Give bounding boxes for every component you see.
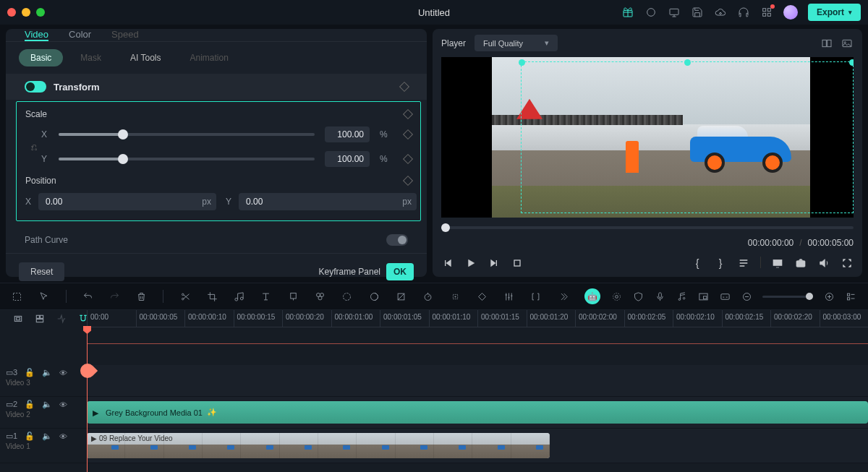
apps-icon[interactable] — [760, 6, 773, 19]
keyframe-panel-label[interactable]: Keyframe Panel — [319, 267, 380, 277]
ai-tool-icon[interactable] — [341, 291, 352, 302]
picture-icon[interactable] — [841, 37, 854, 50]
track-video-icon[interactable]: ▭2 — [6, 400, 17, 409]
playhead[interactable] — [87, 326, 88, 472]
timeline-zoom-slider[interactable] — [762, 296, 813, 298]
track-visibility-icon[interactable]: 👁 — [59, 432, 67, 441]
timeline-ruler[interactable]: 00:00 00:00:00:05 00:00:00:10 00:00:00:1… — [87, 310, 868, 327]
color-icon[interactable] — [368, 291, 379, 302]
tl-icon-1[interactable] — [13, 314, 23, 324]
scale-x-value[interactable]: 100.00 — [325, 126, 370, 142]
tab-color[interactable]: Color — [69, 29, 91, 41]
music-icon[interactable] — [234, 291, 244, 302]
pointer-tool-icon[interactable] — [38, 291, 49, 302]
shield-icon[interactable] — [632, 291, 644, 302]
track-visibility-icon[interactable]: 👁 — [59, 400, 67, 409]
track-lock-icon[interactable]: 🔓 — [25, 432, 35, 441]
export-button[interactable]: Export — [808, 4, 861, 21]
quality-dropdown[interactable]: Full Quality — [475, 35, 558, 51]
adjust-icon[interactable] — [503, 291, 514, 302]
position-x-input[interactable]: 0.00 — [38, 193, 216, 210]
scale-keyframe-icon[interactable] — [403, 109, 413, 119]
undo-icon[interactable] — [82, 291, 93, 302]
brackets-icon[interactable] — [530, 291, 541, 302]
track-lock-icon[interactable]: 🔓 — [25, 400, 35, 409]
record-icon[interactable] — [644, 6, 658, 19]
monitor-icon[interactable] — [668, 6, 681, 19]
speed-icon[interactable] — [422, 291, 433, 302]
close-window-button[interactable] — [7, 8, 16, 17]
effects-icon[interactable] — [315, 291, 326, 302]
subtab-basic[interactable]: Basic — [19, 49, 63, 66]
tl-icon-3[interactable] — [56, 314, 67, 324]
compare-icon[interactable] — [820, 37, 833, 50]
position-keyframe-icon[interactable] — [403, 176, 413, 186]
mic-icon[interactable] — [654, 291, 665, 302]
player-scrubber[interactable] — [441, 220, 854, 235]
track-mute-icon[interactable]: 🔈 — [42, 368, 52, 377]
zoom-in-icon[interactable] — [823, 291, 835, 302]
pip-icon[interactable] — [697, 291, 709, 302]
clip-media[interactable]: ▶09 Replace Your Video — [87, 433, 550, 458]
tl-icon-2[interactable] — [35, 314, 45, 324]
path-curve-toggle[interactable] — [386, 234, 408, 246]
mask-icon[interactable] — [396, 291, 407, 302]
view-mode-icon[interactable] — [845, 291, 856, 302]
track-mute-icon[interactable]: 🔈 — [42, 400, 52, 409]
caption-icon[interactable] — [719, 291, 731, 302]
delete-icon[interactable] — [136, 291, 147, 302]
subtab-mask[interactable]: Mask — [69, 49, 113, 66]
tracking-icon[interactable] — [449, 291, 460, 302]
more-tools-icon[interactable] — [558, 291, 569, 302]
track-body-2[interactable]: ▶ Grey Background Media 01 ✨ — [87, 397, 868, 428]
scale-y-value[interactable]: 100.00 — [325, 151, 370, 167]
selection-handles[interactable] — [521, 61, 854, 213]
crop-icon[interactable] — [207, 291, 218, 302]
link-axes-icon[interactable]: ⎌ — [31, 141, 37, 153]
track-video-icon[interactable]: ▭3 — [6, 368, 17, 377]
position-y-input[interactable]: 0.00 — [239, 193, 417, 210]
track-body-1[interactable]: ▶09 Replace Your Video — [87, 429, 868, 463]
headphones-icon[interactable] — [737, 6, 750, 19]
fullscreen-icon[interactable] — [841, 257, 854, 270]
tab-speed[interactable]: Speed — [111, 29, 139, 41]
track-body-3[interactable] — [87, 365, 868, 396]
volume-icon[interactable] — [817, 257, 830, 270]
text-icon[interactable] — [260, 291, 271, 302]
transform-keyframe-icon[interactable] — [399, 82, 409, 92]
redo-icon[interactable] — [109, 291, 120, 302]
play-button[interactable] — [464, 257, 477, 270]
snapshot-icon[interactable] — [794, 257, 807, 270]
keyframe-tool-icon[interactable] — [477, 291, 488, 302]
scale-y-slider[interactable] — [59, 158, 315, 160]
scale-x-slider[interactable] — [59, 133, 315, 136]
scale-y-keyframe-icon[interactable] — [403, 154, 413, 164]
ai-assistant-icon[interactable]: 🤖 — [584, 288, 600, 304]
clip-background[interactable]: ▶ Grey Background Media 01 ✨ — [87, 401, 868, 424]
gear-icon[interactable] — [610, 291, 622, 302]
gift-icon[interactable] — [621, 6, 634, 19]
track-video-icon[interactable]: ▭1 — [6, 432, 17, 441]
selection-tool-icon[interactable] — [12, 291, 22, 302]
list-icon[interactable] — [737, 257, 750, 270]
track-visibility-icon[interactable]: 👁 — [59, 369, 67, 377]
marker-icon[interactable] — [288, 291, 299, 302]
split-icon[interactable] — [179, 291, 190, 302]
audio-icon[interactable] — [676, 291, 687, 302]
mark-out-icon[interactable]: } — [714, 257, 727, 270]
track-lock-icon[interactable]: 🔓 — [25, 368, 35, 377]
stop-button[interactable] — [511, 257, 524, 270]
tab-video[interactable]: Video — [25, 29, 48, 41]
next-frame-button[interactable] — [488, 257, 501, 270]
subtab-animation[interactable]: Animation — [178, 49, 239, 66]
zoom-out-icon[interactable] — [741, 291, 752, 302]
ok-button[interactable]: OK — [386, 263, 414, 280]
mark-in-icon[interactable]: { — [691, 257, 704, 270]
user-avatar[interactable] — [783, 5, 798, 20]
scale-x-keyframe-icon[interactable] — [403, 129, 413, 140]
maximize-window-button[interactable] — [36, 8, 45, 17]
save-icon[interactable] — [691, 6, 704, 19]
display-icon[interactable] — [771, 257, 784, 270]
reset-button[interactable]: Reset — [19, 262, 64, 281]
track-mute-icon[interactable]: 🔈 — [42, 432, 52, 441]
